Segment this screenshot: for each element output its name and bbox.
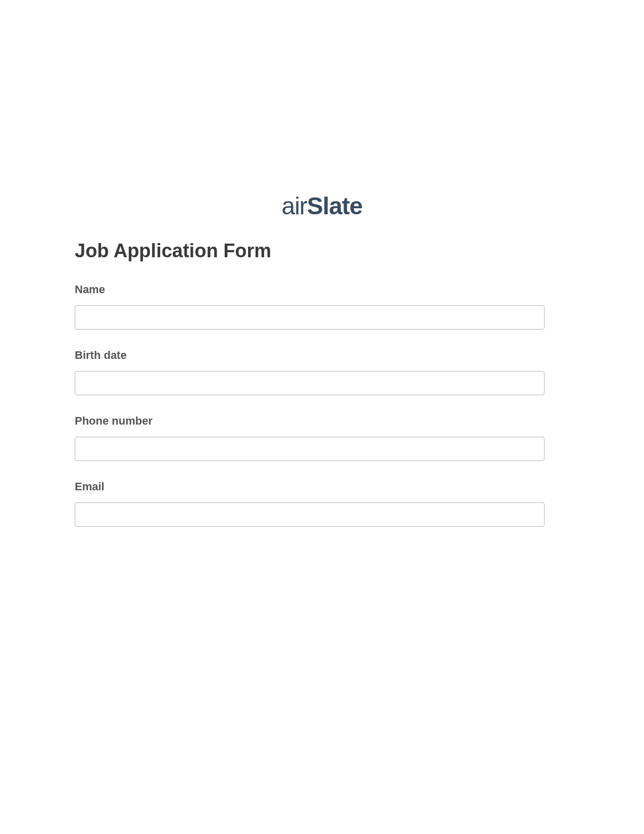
logo-prefix: air [281,193,307,219]
field-group-birthdate: Birth date [75,349,544,395]
name-input[interactable] [75,305,544,330]
field-group-phone: Phone number [75,414,544,461]
email-label: Email [75,480,544,493]
name-label: Name [75,283,544,296]
logo-suffix: Slate [307,193,363,219]
form-fields-container: Name Birth date Phone number Email [75,283,544,546]
field-group-email: Email [75,480,544,527]
airslate-logo: airSlate [281,192,362,220]
field-group-name: Name [75,283,544,330]
birthdate-input[interactable] [75,371,544,395]
email-input[interactable] [75,502,544,527]
phone-label: Phone number [75,414,544,428]
form-title: Job Application Form [75,240,271,262]
birthdate-label: Birth date [75,349,544,362]
phone-input[interactable] [75,437,544,461]
